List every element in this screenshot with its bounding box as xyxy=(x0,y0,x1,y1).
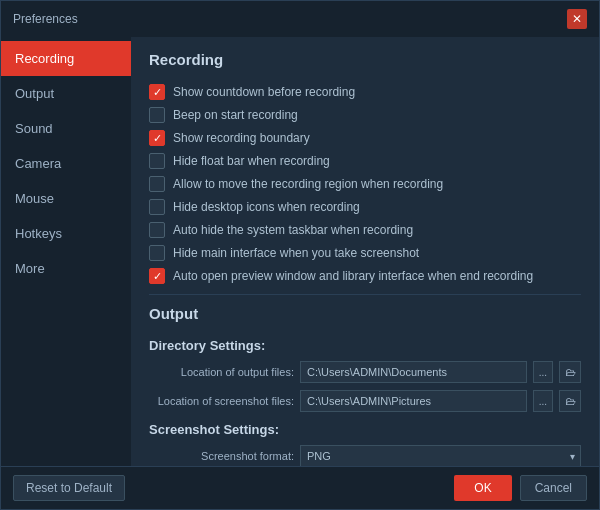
checkbox-row-auto-open: Auto open preview window and library int… xyxy=(149,268,581,284)
checkbox-label-move-region: Allow to move the recording region when … xyxy=(173,177,443,191)
preferences-dialog: Preferences ✕ Recording Output Sound Cam… xyxy=(0,0,600,510)
checkbox-countdown[interactable] xyxy=(149,84,165,100)
checkbox-beep[interactable] xyxy=(149,107,165,123)
sidebar: Recording Output Sound Camera Mouse Hotk… xyxy=(1,37,131,466)
screenshot-files-row: Location of screenshot files: ... 🗁 xyxy=(149,390,581,412)
checkbox-row-boundary: Show recording boundary xyxy=(149,130,581,146)
screenshot-settings-title: Screenshot Settings: xyxy=(149,422,581,437)
checkbox-taskbar[interactable] xyxy=(149,222,165,238)
sidebar-item-camera[interactable]: Camera xyxy=(1,146,131,181)
checkbox-label-main-interface: Hide main interface when you take screen… xyxy=(173,246,419,260)
output-files-input[interactable] xyxy=(300,361,527,383)
sidebar-item-sound[interactable]: Sound xyxy=(1,111,131,146)
output-files-folder-btn[interactable]: 🗁 xyxy=(559,361,581,383)
checkbox-row-main-interface: Hide main interface when you take screen… xyxy=(149,245,581,261)
format-select[interactable]: PNG JPG BMP GIF xyxy=(300,445,581,466)
checkbox-row-move-region: Allow to move the recording region when … xyxy=(149,176,581,192)
main-panel: Recording Show countdown before recordin… xyxy=(131,37,599,466)
checkbox-label-taskbar: Auto hide the system taskbar when record… xyxy=(173,223,413,237)
output-files-browse-btn[interactable]: ... xyxy=(533,361,553,383)
checkbox-move-region[interactable] xyxy=(149,176,165,192)
checkbox-label-boundary: Show recording boundary xyxy=(173,131,310,145)
format-row: Screenshot format: PNG JPG BMP GIF xyxy=(149,445,581,466)
output-files-row: Location of output files: ... 🗁 xyxy=(149,361,581,383)
output-section: Output Directory Settings: Location of o… xyxy=(149,305,581,466)
checkbox-row-taskbar: Auto hide the system taskbar when record… xyxy=(149,222,581,238)
checkbox-label-beep: Beep on start recording xyxy=(173,108,298,122)
output-section-title: Output xyxy=(149,305,581,328)
close-button[interactable]: ✕ xyxy=(567,9,587,29)
section-divider xyxy=(149,294,581,295)
footer: Reset to Default OK Cancel xyxy=(1,466,599,509)
checkbox-auto-open[interactable] xyxy=(149,268,165,284)
checkbox-row-beep: Beep on start recording xyxy=(149,107,581,123)
format-select-wrapper: PNG JPG BMP GIF xyxy=(300,445,581,466)
recording-section-title: Recording xyxy=(149,51,581,74)
checkbox-label-countdown: Show countdown before recording xyxy=(173,85,355,99)
reset-button[interactable]: Reset to Default xyxy=(13,475,125,501)
screenshot-files-folder-btn[interactable]: 🗁 xyxy=(559,390,581,412)
sidebar-item-mouse[interactable]: Mouse xyxy=(1,181,131,216)
sidebar-item-more[interactable]: More xyxy=(1,251,131,286)
checkbox-row-countdown: Show countdown before recording xyxy=(149,84,581,100)
sidebar-item-recording[interactable]: Recording xyxy=(1,41,131,76)
checkbox-desktop-icons[interactable] xyxy=(149,199,165,215)
checkbox-label-desktop-icons: Hide desktop icons when recording xyxy=(173,200,360,214)
screenshot-files-label: Location of screenshot files: xyxy=(149,395,294,407)
content-area: Recording Output Sound Camera Mouse Hotk… xyxy=(1,37,599,466)
dialog-title: Preferences xyxy=(13,12,78,26)
format-label: Screenshot format: xyxy=(149,450,294,462)
directory-settings-title: Directory Settings: xyxy=(149,338,581,353)
checkbox-row-float-bar: Hide float bar when recording xyxy=(149,153,581,169)
checkbox-main-interface[interactable] xyxy=(149,245,165,261)
screenshot-files-input[interactable] xyxy=(300,390,527,412)
ok-button[interactable]: OK xyxy=(454,475,511,501)
screenshot-files-browse-btn[interactable]: ... xyxy=(533,390,553,412)
output-files-label: Location of output files: xyxy=(149,366,294,378)
checkbox-float-bar[interactable] xyxy=(149,153,165,169)
sidebar-item-output[interactable]: Output xyxy=(1,76,131,111)
checkbox-label-auto-open: Auto open preview window and library int… xyxy=(173,269,533,283)
checkbox-row-desktop-icons: Hide desktop icons when recording xyxy=(149,199,581,215)
title-bar: Preferences ✕ xyxy=(1,1,599,37)
footer-right: OK Cancel xyxy=(454,475,587,501)
checkbox-boundary[interactable] xyxy=(149,130,165,146)
checkbox-label-float-bar: Hide float bar when recording xyxy=(173,154,330,168)
sidebar-item-hotkeys[interactable]: Hotkeys xyxy=(1,216,131,251)
cancel-button[interactable]: Cancel xyxy=(520,475,587,501)
